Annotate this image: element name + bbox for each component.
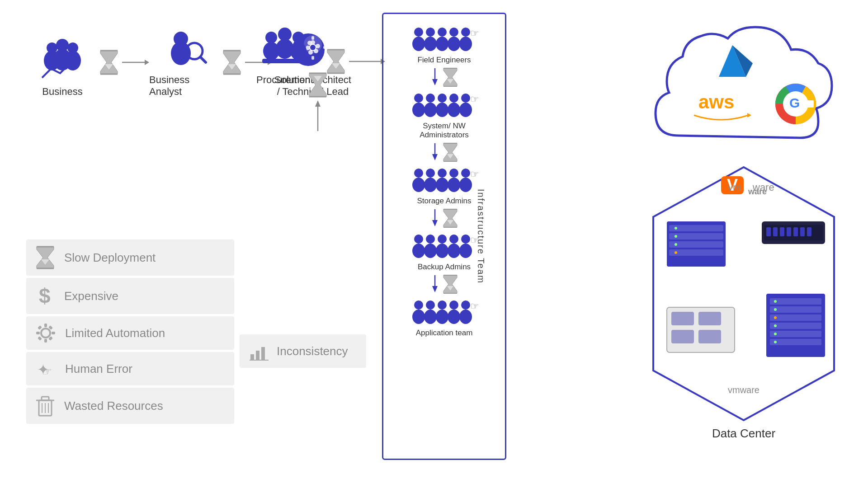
svg-point-119 <box>424 178 437 192</box>
svg-point-117 <box>412 178 425 192</box>
svg-point-137 <box>438 235 447 244</box>
svg-text:☞: ☞ <box>470 300 478 312</box>
backup-people: ☞ <box>410 230 478 263</box>
svg-text:☞: ☞ <box>470 28 478 39</box>
svg-point-121 <box>436 178 448 192</box>
svg-point-101 <box>426 94 435 103</box>
svg-point-182 <box>675 227 677 230</box>
gear-issue-icon <box>35 323 56 343</box>
cloud-section: aws G <box>642 18 841 154</box>
hourglass-infra-1 <box>442 67 458 87</box>
datacenter-section: vm ware V ware vm <box>642 163 845 470</box>
svg-rect-189 <box>773 227 778 236</box>
svg-point-102 <box>424 103 437 117</box>
dollar-icon: $ <box>35 284 55 308</box>
issue-wasted-resources: Wasted Resources <box>26 388 234 424</box>
app-team-label: Application team <box>416 328 473 338</box>
infra-box: Infrastructure Team ☞ Field Engineers <box>382 13 506 460</box>
issue-inconsistency: Inconsistency <box>240 334 366 368</box>
hand-icon: ✦ ☞ <box>35 358 56 379</box>
svg-rect-199 <box>698 330 721 343</box>
svg-rect-188 <box>766 227 771 236</box>
svg-marker-128 <box>432 220 438 226</box>
datacenter-label: Data Center <box>712 427 775 441</box>
chart-icon <box>249 341 269 361</box>
svg-rect-193 <box>800 227 805 236</box>
sys-nw-people: ☞ <box>410 89 478 122</box>
issues-list: Slow Deployment $ Expensive Limited Auto… <box>26 239 234 426</box>
storage-people: ☞ <box>410 164 478 197</box>
down-arrow-3 <box>430 209 439 227</box>
svg-point-158 <box>461 300 470 310</box>
svg-point-86 <box>438 28 447 37</box>
svg-rect-81 <box>250 360 269 361</box>
svg-point-87 <box>436 37 448 51</box>
svg-rect-202 <box>770 306 821 313</box>
svg-text:☞: ☞ <box>470 94 478 105</box>
svg-point-151 <box>412 310 425 324</box>
svg-rect-191 <box>787 227 791 236</box>
svg-marker-17 <box>223 51 241 74</box>
hourglass-1 <box>99 50 119 75</box>
app-team-people: ☞ <box>410 296 478 328</box>
hourglass-infra-3 <box>442 208 458 228</box>
svg-point-118 <box>426 169 435 178</box>
svg-point-212 <box>774 341 777 343</box>
infra-field-engineers: ☞ Field Engineers <box>388 23 500 65</box>
down-arrow-4 <box>430 275 439 293</box>
svg-point-208 <box>774 308 777 311</box>
svg-point-184 <box>675 243 677 246</box>
svg-point-150 <box>414 300 423 310</box>
human-error-label: Human Error <box>65 362 132 376</box>
svg-rect-194 <box>807 227 811 236</box>
hourglass-proc-right <box>326 49 346 74</box>
svg-rect-74 <box>42 397 49 400</box>
hourglass-proc-up <box>307 72 328 98</box>
svg-point-37 <box>265 32 277 43</box>
arch-to-proc-arrow <box>307 72 328 131</box>
field-engineers-people: ☞ <box>410 23 478 56</box>
svg-point-156 <box>449 300 458 310</box>
svg-point-209 <box>774 316 777 319</box>
svg-point-61 <box>41 328 50 338</box>
svg-point-106 <box>448 103 460 117</box>
svg-point-139 <box>449 235 458 244</box>
svg-rect-196 <box>671 312 694 325</box>
cloud-shape: aws G <box>642 18 841 154</box>
svg-point-83 <box>412 37 425 51</box>
hourglass-infra-2 <box>442 142 458 162</box>
issue-expensive: $ Expensive <box>26 278 234 314</box>
svg-point-42 <box>290 42 307 60</box>
svg-point-116 <box>414 169 423 178</box>
svg-rect-63 <box>44 339 47 343</box>
svg-line-16 <box>200 57 206 62</box>
svg-rect-78 <box>250 354 254 360</box>
up-arrow-proc <box>313 99 322 131</box>
down-arrow-2 <box>430 143 439 161</box>
field-engineers-label: Field Engineers <box>417 56 471 65</box>
procurement-icon <box>258 26 312 71</box>
limited-automation-label: Limited Automation <box>65 326 165 340</box>
down-arrow-1 <box>430 68 439 86</box>
svg-point-210 <box>774 324 777 327</box>
svg-point-138 <box>436 244 448 258</box>
issue-slow-deployment: Slow Deployment <box>26 239 234 276</box>
svg-marker-12 <box>145 60 149 65</box>
svg-rect-65 <box>52 332 55 334</box>
svg-point-88 <box>449 28 458 37</box>
svg-rect-203 <box>770 314 821 321</box>
svg-point-90 <box>461 28 470 37</box>
svg-point-152 <box>426 300 435 310</box>
issue-human-error: ✦ ☞ Human Error <box>26 352 234 385</box>
down-connector-2 <box>430 142 458 162</box>
infra-sys-nw-admins: ☞ System/ NW Administrators <box>388 89 500 140</box>
svg-marker-56 <box>37 247 54 268</box>
svg-rect-204 <box>770 323 821 329</box>
svg-rect-206 <box>770 339 821 345</box>
svg-text:☞: ☞ <box>470 169 478 180</box>
svg-point-104 <box>436 103 448 117</box>
svg-text:$: $ <box>39 284 51 308</box>
svg-point-183 <box>675 235 677 238</box>
analyst-node: Business Analyst <box>149 26 222 98</box>
svg-rect-197 <box>698 312 721 325</box>
